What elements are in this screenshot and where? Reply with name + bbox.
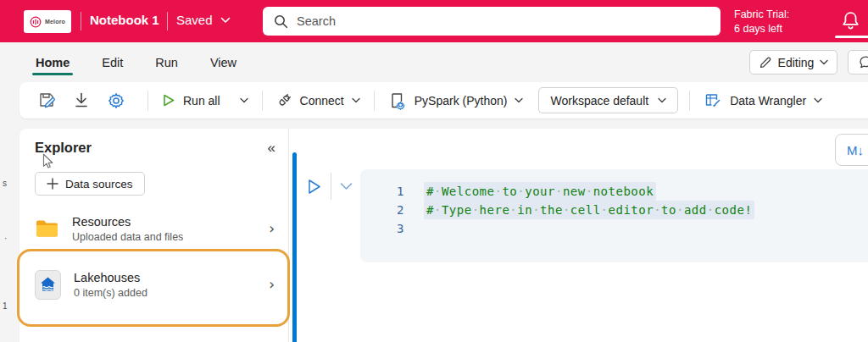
global-search — [263, 7, 721, 36]
add-data-sources-label: Data sources — [65, 178, 133, 190]
cell-play-icon[interactable] — [306, 178, 322, 196]
explorer-panel: Explorer « Data sources Resources Upload… — [19, 129, 289, 342]
save-icon — [36, 90, 58, 111]
ribbon-tabs: Home Edit Run View — [34, 42, 238, 82]
item-title: Resources — [72, 215, 183, 229]
app-logo[interactable]: Meloro — [24, 10, 71, 33]
comment-icon — [859, 55, 868, 69]
chevron-down-icon — [814, 97, 822, 103]
connect-dropdown[interactable]: Connect — [272, 92, 364, 108]
notifications-active-indicator — [835, 36, 868, 38]
comments-button[interactable] — [848, 50, 868, 74]
collapse-double-chevron-icon[interactable]: « — [268, 141, 275, 155]
code-text: #·Welcome·to·your·new·notebook — [424, 182, 656, 201]
mouse-cursor-icon — [42, 153, 53, 169]
editor-area: M↓ 1 #·Welcome·to·your·new·notebook 2 — [289, 129, 868, 342]
chevron-down-icon — [220, 17, 231, 24]
clipped-background-text: s — [3, 179, 7, 188]
divider — [331, 173, 331, 200]
top-bar: Meloro Notebook 1 Saved Fabric Trial: 6 … — [0, 0, 868, 42]
explorer-header: Explorer « — [19, 129, 288, 156]
connect-label: Connect — [300, 94, 344, 108]
chevron-down-icon — [352, 97, 360, 103]
search-input[interactable] — [297, 14, 721, 28]
pencil-icon — [759, 56, 772, 69]
chevron-right-icon: › — [269, 220, 275, 237]
divider — [81, 12, 81, 30]
trial-line1: Fabric Trial: — [734, 8, 789, 22]
notebook-title[interactable]: Notebook 1 — [90, 13, 159, 27]
line-number: 3 — [360, 219, 404, 238]
item-subtitle: 0 item(s) added — [74, 287, 147, 299]
line-number: 1 — [360, 182, 404, 201]
cell-run-controls — [306, 173, 353, 200]
divider — [689, 91, 690, 111]
pyspark-notebook-icon — [388, 91, 407, 110]
code-text: #·Type·here·in·the·cell·editor·to·add·co… — [424, 201, 754, 219]
menu-ribbon: Home Edit Run View Editing — [0, 42, 868, 82]
chevron-down-icon — [515, 97, 523, 103]
chevron-down-icon — [658, 97, 666, 103]
divider — [374, 91, 375, 111]
active-cell-indicator — [292, 152, 297, 342]
trial-status: Fabric Trial: 6 days left — [734, 8, 789, 36]
notifications-button[interactable] — [841, 10, 860, 31]
clipped-background-text: · — [4, 234, 7, 243]
run-all-play-icon — [162, 93, 175, 108]
chevron-down-icon — [820, 59, 828, 65]
settings-button[interactable] — [103, 88, 129, 113]
item-title: Lakehouses — [74, 271, 147, 284]
download-icon — [73, 91, 90, 109]
bell-icon — [841, 10, 860, 31]
logo-label: Meloro — [45, 19, 65, 25]
convert-to-markdown-button[interactable]: M↓ — [835, 134, 868, 166]
gear-icon — [107, 91, 125, 110]
divider — [262, 91, 263, 111]
code-line: 3 — [360, 219, 868, 238]
workspace-label: Workspace default — [550, 94, 648, 108]
tab-edit[interactable]: Edit — [100, 45, 125, 80]
chevron-down-icon[interactable] — [340, 182, 353, 190]
save-status-label: Saved — [176, 13, 213, 27]
markdown-icon: M↓ — [847, 143, 864, 157]
explorer-item-resources[interactable]: Resources Uploaded data and files › — [35, 209, 275, 248]
editing-label: Editing — [778, 56, 815, 69]
connect-plug-icon — [276, 92, 292, 108]
data-wrangler-dropdown[interactable]: Data Wrangler — [699, 91, 826, 110]
code-line: 2 #·Type·here·in·the·cell·editor·to·add·… — [360, 201, 868, 219]
run-all-button[interactable]: Run all — [158, 93, 253, 108]
save-status-dropdown[interactable]: Saved — [176, 13, 231, 27]
data-wrangler-icon — [704, 91, 722, 110]
plus-icon — [47, 178, 58, 190]
chevron-down-icon — [240, 97, 248, 103]
code-line: 1 #·Welcome·to·your·new·notebook — [360, 182, 868, 201]
tab-view[interactable]: View — [209, 45, 238, 80]
line-number: 2 — [360, 201, 404, 219]
tab-home[interactable]: Home — [34, 45, 71, 80]
notebook-toolbar: Run all Connect PySpark (Python) — [19, 82, 868, 119]
divider — [167, 12, 168, 30]
divider — [147, 91, 148, 111]
tab-run[interactable]: Run — [153, 45, 180, 80]
kernel-language-dropdown[interactable]: PySpark (Python) — [384, 91, 528, 110]
lakehouse-icon — [35, 270, 61, 300]
explorer-item-lakehouses[interactable]: Lakehouses 0 item(s) added › — [35, 267, 275, 302]
save-button[interactable] — [34, 88, 59, 113]
chevron-right-icon: › — [269, 276, 275, 293]
pulse-logo-icon — [30, 16, 42, 28]
add-data-sources-button[interactable]: Data sources — [35, 172, 145, 196]
workspace-environment-dropdown[interactable]: Workspace default — [538, 87, 678, 113]
data-wrangler-label: Data Wrangler — [730, 94, 806, 108]
search-icon — [274, 14, 288, 29]
fabric-notebook-app: Meloro Notebook 1 Saved Fabric Trial: 6 … — [0, 0, 868, 342]
editing-mode-dropdown[interactable]: Editing — [749, 50, 837, 74]
clipped-background-text: 1 — [3, 301, 8, 311]
folder-icon — [35, 218, 59, 239]
download-button[interactable] — [69, 88, 94, 113]
notebook-content-card: Explorer « Data sources Resources Upload… — [19, 129, 868, 342]
kernel-label: PySpark (Python) — [415, 94, 508, 108]
code-cell-editor[interactable]: 1 #·Welcome·to·your·new·notebook 2 #·Typ… — [360, 169, 868, 262]
trial-line2: 6 days left — [734, 22, 789, 36]
run-all-label: Run all — [183, 94, 220, 108]
item-subtitle: Uploaded data and files — [72, 231, 183, 243]
